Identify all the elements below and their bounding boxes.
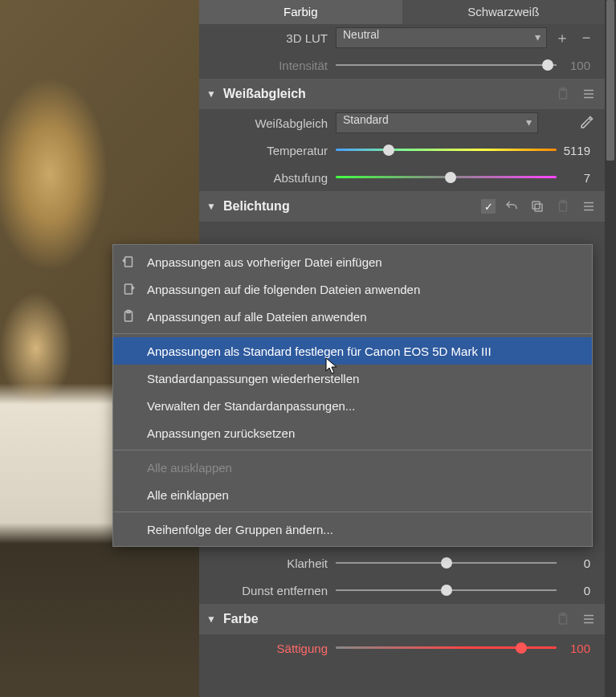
section-title: Belichtung — [223, 199, 475, 214]
context-menu: Anpassungen aus vorheriger Datei einfüge… — [112, 244, 593, 547]
menu-item-label: Reihenfolge der Gruppen ändern... — [147, 523, 333, 536]
svg-rect-5 — [535, 204, 542, 211]
menu-apply-following[interactable]: Anpassungen auf die folgenden Dateien an… — [113, 275, 592, 303]
tab-bw[interactable]: Schwarzweiß — [402, 0, 606, 24]
menu-apply-all[interactable]: Anpassungen auf alle Dateien anwenden — [113, 303, 592, 330]
saturation-value: 100 — [557, 642, 595, 655]
clarity-label: Klarheit — [199, 556, 336, 570]
lut-add-button[interactable]: ＋ — [553, 29, 571, 47]
tab-color[interactable]: Farbig — [199, 0, 402, 24]
menu-expand-all: Alle ausklappen — [113, 454, 592, 481]
chevron-down-icon: ▼ — [206, 613, 217, 625]
wb-tint-value: 7 — [557, 171, 595, 185]
paste-icon[interactable] — [553, 609, 573, 629]
dehaze-slider[interactable] — [336, 582, 557, 598]
lut-intensity-label: Intensität — [199, 59, 336, 72]
lut-intensity-row: Intensität 100 — [199, 51, 605, 79]
apply-next-icon — [118, 281, 139, 297]
dehaze-label: Dunst entfernen — [199, 584, 336, 597]
color-mode-tabs: Farbig Schwarzweiß — [199, 0, 605, 24]
menu-paste-previous[interactable]: Anpassungen aus vorheriger Datei einfüge… — [113, 248, 592, 275]
eyedropper-icon[interactable] — [577, 114, 595, 132]
chevron-down-icon: ▼ — [206, 88, 217, 100]
paste-icon[interactable] — [553, 84, 573, 104]
lut-remove-button[interactable]: − — [577, 29, 595, 47]
menu-item-label: Anpassungen auf die folgenden Dateien an… — [147, 283, 420, 296]
section-enable-checkbox[interactable]: ✓ — [481, 199, 496, 214]
chevron-down-icon: ▼ — [206, 201, 217, 212]
menu-reorder-groups[interactable]: Reihenfolge der Gruppen ändern... — [113, 516, 592, 543]
undo-icon[interactable] — [502, 197, 521, 216]
paste-icon[interactable] — [553, 197, 573, 216]
section-whitebalance[interactable]: ▼ Weißabgleich — [199, 79, 605, 109]
apply-all-icon — [118, 308, 139, 324]
wb-temp-slider[interactable] — [336, 142, 557, 158]
lut-intensity-value: 100 — [557, 59, 595, 72]
menu-item-label: Alle einklappen — [147, 488, 229, 502]
menu-icon[interactable] — [579, 197, 598, 216]
section-exposure[interactable]: ▼ Belichtung ✓ — [199, 191, 605, 222]
wb-preset-label: Weißabgleich — [199, 116, 336, 130]
clarity-value: 0 — [557, 556, 595, 570]
saturation-slider[interactable] — [336, 640, 557, 656]
menu-manage-default[interactable]: Verwalten der Standardanpassungen... — [113, 392, 592, 419]
menu-collapse-all[interactable]: Alle einklappen — [113, 481, 592, 508]
menu-set-default[interactable]: Anpassungen als Standard festlegen für C… — [113, 337, 592, 365]
section-color[interactable]: ▼ Farbe — [199, 604, 605, 634]
wb-tint-label: Abstufung — [199, 171, 336, 185]
menu-restore-default[interactable]: Standardanpassungen wiederherstellen — [113, 365, 592, 392]
wb-temp-label: Temperatur — [199, 144, 336, 157]
menu-reset[interactable]: Anpassungen zurücksetzen — [113, 419, 592, 446]
menu-icon[interactable] — [579, 84, 598, 104]
menu-item-label: Verwalten der Standardanpassungen... — [147, 399, 355, 413]
svg-rect-18 — [125, 284, 133, 294]
menu-item-label: Anpassungen aus vorheriger Datei einfüge… — [147, 255, 382, 269]
lut-select[interactable]: Neutral — [336, 27, 547, 48]
dehaze-value: 0 — [557, 584, 595, 597]
menu-icon[interactable] — [579, 609, 598, 629]
menu-item-label: Anpassungen als Standard festlegen für C… — [147, 344, 492, 358]
clarity-slider[interactable] — [336, 555, 557, 571]
menu-item-label: Anpassungen auf alle Dateien anwenden — [147, 310, 367, 324]
copy-icon[interactable] — [528, 197, 547, 216]
svg-rect-17 — [125, 257, 133, 267]
menu-item-label: Anpassungen zurücksetzen — [147, 426, 295, 440]
svg-rect-6 — [532, 202, 540, 209]
lut-row: 3D LUT Neutral ＋ − — [199, 24, 605, 51]
section-title: Farbe — [223, 612, 547, 626]
section-title: Weißabgleich — [223, 87, 547, 101]
menu-item-label: Standardanpassungen wiederherstellen — [147, 372, 359, 385]
menu-separator — [113, 512, 592, 512]
lut-intensity-slider[interactable] — [336, 57, 557, 73]
menu-separator — [113, 450, 592, 450]
panel-scrollbar[interactable] — [605, 0, 616, 697]
wb-tint-slider[interactable] — [336, 169, 557, 185]
paste-prev-icon — [118, 254, 139, 270]
menu-separator — [113, 333, 592, 334]
wb-preset-select[interactable]: Standard — [336, 112, 538, 133]
saturation-label: Sättigung — [199, 642, 336, 655]
lut-label: 3D LUT — [199, 31, 336, 45]
wb-temp-value: 5119 — [557, 144, 595, 157]
menu-item-label: Alle ausklappen — [147, 461, 232, 475]
